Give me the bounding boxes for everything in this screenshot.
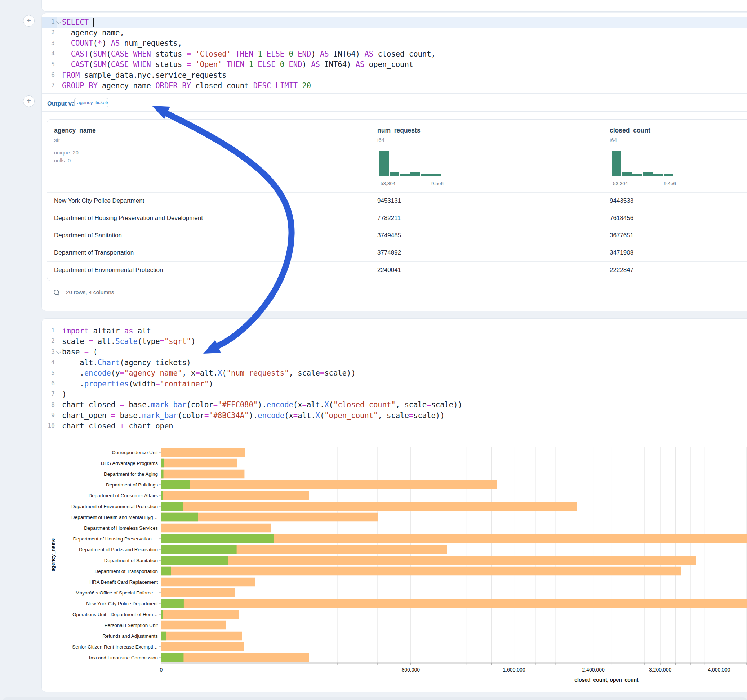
table-cell: Department of Sanitation [54,232,122,239]
column-type: i64 [610,137,617,143]
closed-count-bar [162,578,256,587]
sql-line-number[interactable]: 2 [40,29,55,36]
histogram-bar [431,174,441,177]
y-axis-label: Refunds and Adjustments [102,634,158,639]
closed-count-bar [162,502,577,511]
sql-line-number[interactable]: 1 [40,18,55,25]
python-code-line[interactable]: alt.Chart(agency_tickets) [62,358,191,368]
python-line-number[interactable]: 7 [40,390,55,397]
python-line-number[interactable]: 2 [40,337,55,344]
histogram-bar [643,172,653,177]
sql-active-line [42,17,747,28]
sql-code-line[interactable]: agency_name, [62,28,124,38]
y-axis-title: agency_name [50,538,56,572]
python-code-line[interactable]: .encode(y="agency_name", x=alt.X("num_re… [62,368,356,379]
python-line-number[interactable]: 10 [40,422,55,429]
column-header: num_requests [377,127,420,134]
closed-count-bar [162,588,235,597]
python-code-line[interactable]: ) [62,389,66,400]
closed-count-bar [162,469,245,478]
sql-line-number[interactable]: 5 [40,61,55,68]
y-axis-label: Department of Buildings [106,482,158,487]
open-count-bar [162,567,171,576]
x-tick-label: 1,600,000 [503,667,525,673]
open-count-bar [162,610,163,619]
sql-code-line[interactable]: CAST(SUM(CASE WHEN status = 'Closed' THE… [62,49,435,59]
python-line-number[interactable]: 6 [40,380,55,387]
column-meta: nulls: 0 [54,158,71,163]
add-cell-button-top[interactable]: + [23,15,35,27]
open-count-bar [162,459,164,468]
sql-code-line[interactable]: GROUP BY agency_name ORDER BY closed_cou… [62,81,311,91]
column-type: i64 [377,137,384,143]
sql-code-line[interactable]: COUNT(*) AS num_requests, [62,38,182,48]
sql-code-line[interactable]: FROM sample_data.nyc.service_requests [62,70,227,81]
histogram-bar [421,174,431,177]
next-cell-edge [3,697,747,700]
python-code-line[interactable]: chart_closed = base.mark_bar(color="#FFC… [62,400,462,410]
closed-count-bar [162,567,681,576]
column-header: closed_count [610,127,650,134]
closed-count-bar [162,491,309,500]
y-axis-label: Personal Exemption Unit [104,623,158,628]
histogram-min-label: 53,304 [613,181,628,186]
python-line-number[interactable]: 1 [40,327,55,334]
closed-count-bar [162,459,237,468]
python-code-line[interactable]: scale = alt.Scale(type="sqrt") [62,336,195,347]
sql-line-number[interactable]: 4 [40,50,55,57]
table-cell: New York City Police Department [54,197,144,205]
table-cell: 2222847 [610,267,634,274]
table-cell: 9443533 [610,197,634,205]
x-tick-label: 0 [160,667,163,673]
sql-line-number[interactable]: 6 [40,71,55,78]
row-divider [47,210,747,210]
closed-count-bar [162,556,696,565]
python-line-number[interactable]: 4 [40,359,55,365]
python-line-number[interactable]: 5 [40,370,55,376]
y-axis-label: New York City Police Department [86,601,158,606]
x-tick-label: 2,400,000 [582,667,604,673]
y-axis-label: Taxi and Limousine Commission [88,655,158,661]
y-axis-label: Mayorâ€ s Office of Special Enforce… [75,590,158,596]
python-code-line[interactable]: .properties(width="container") [62,379,213,389]
python-line-number[interactable]: 9 [40,412,55,418]
open-count-bar [162,534,274,543]
histogram-bar [390,172,399,177]
x-tick-label: 3,200,000 [649,667,671,673]
python-code-line[interactable]: chart_open = base.mark_bar(color="#8BC34… [62,410,445,421]
add-cell-button-output[interactable]: + [23,95,35,107]
sql-line-number[interactable]: 3 [40,39,55,47]
histogram-max-label: 9.4e6 [664,181,676,186]
histogram-bar [410,172,420,177]
closed-count-bar [162,621,226,630]
table-cell: 3471908 [610,249,634,256]
row-divider [47,244,747,244]
closed-count-bar [162,643,244,652]
python-code-line[interactable]: base = ( [62,347,98,357]
python-code-line[interactable]: chart_closed + chart_open [62,421,173,431]
x-axis-title: closed_count, open_count [575,677,638,683]
y-axis-label: Department for the Aging [104,471,158,477]
table-cell: 3774892 [377,249,401,256]
open-count-bar [162,502,183,511]
closed-count-bar [162,632,242,641]
output-divider [42,111,747,112]
table-cell: Department of Environmental Protection [54,267,163,274]
y-axis-label: Department of Homeless Services [84,525,158,531]
python-line-number[interactable]: 3 [40,348,55,355]
output-variable-pill[interactable]: agency_tickets [74,98,109,107]
y-axis-label: HRA Benefit Card Replacement [89,579,158,585]
sql-code-line[interactable]: SELECT [62,17,94,28]
y-axis-label: Operations Unit - Department of Hom… [73,612,158,617]
histogram-max-label: 9.5e6 [431,181,444,186]
x-tick-label: 800,000 [401,667,420,673]
sql-code-line[interactable]: CAST(SUM(CASE WHEN status = 'Open' THEN … [62,59,413,70]
y-axis-label: Department of Transportation [94,569,158,574]
search-icon[interactable] [54,290,59,295]
open-count-bar [162,599,184,608]
python-code-line[interactable]: import altair as alt [62,326,151,336]
sql-line-number[interactable]: 7 [40,82,55,89]
python-line-number[interactable]: 8 [40,401,55,408]
notebook-page: + + 1SELECT 2 agency_name,3 COUNT(*) AS … [0,0,747,700]
open-count-bar [162,480,190,489]
